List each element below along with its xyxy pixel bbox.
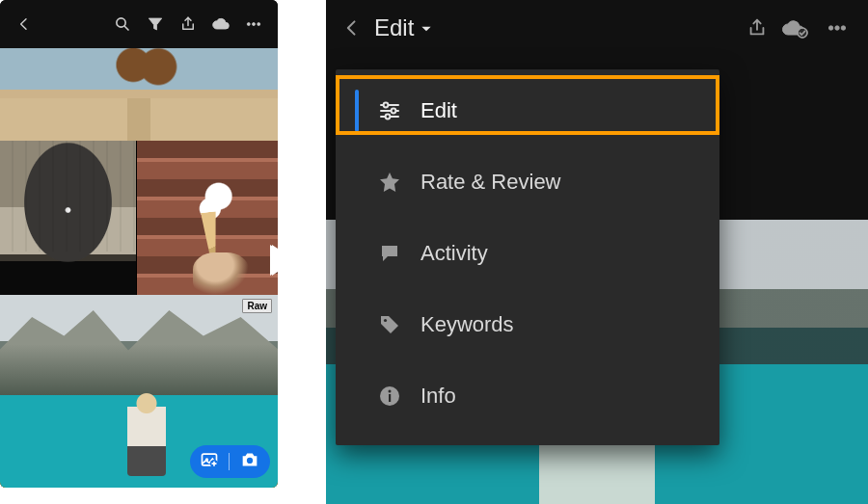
info-icon [376, 385, 403, 408]
menu-item-keywords[interactable]: Keywords [336, 289, 719, 360]
search-icon[interactable]: Search [106, 8, 139, 40]
grid-view-panel: Back Search Filter Share Cloud More [0, 0, 278, 488]
svg-point-12 [841, 26, 845, 30]
menu-item-label: Info [420, 384, 456, 409]
star-icon [376, 171, 403, 194]
more-icon[interactable]: More [816, 12, 858, 44]
menu-item-label: Activity [420, 241, 488, 266]
sliders-icon [376, 99, 403, 122]
add-photos-icon: Add photos [200, 450, 219, 473]
thumbnail[interactable] [0, 141, 136, 295]
svg-point-7 [247, 458, 253, 464]
svg-point-16 [384, 103, 389, 108]
svg-point-1 [247, 23, 250, 26]
menu-item-info[interactable]: Info [336, 360, 719, 432]
svg-point-10 [828, 26, 832, 30]
raw-badge: Raw [242, 299, 272, 313]
camera-icon[interactable]: Camera [239, 449, 260, 474]
filter-icon[interactable]: Filter [139, 8, 172, 40]
loupe-view-panel: Back Edit Share Cloud synced More [326, 0, 868, 504]
svg-point-2 [253, 23, 256, 26]
loupe-topbar: Back Edit Share Cloud synced More [326, 0, 868, 56]
tag-icon [376, 313, 403, 336]
svg-point-17 [392, 109, 396, 114]
svg-point-19 [384, 319, 387, 322]
menu-item-edit[interactable]: Edit [336, 75, 719, 146]
back-button[interactable]: Back [336, 12, 368, 44]
chevron-down-icon [420, 14, 433, 41]
svg-point-3 [258, 23, 260, 26]
photo-grid: Raw Add photos Camera [0, 48, 278, 488]
svg-point-22 [389, 390, 392, 393]
menu-item-label: Keywords [420, 312, 514, 337]
add-photos-fab[interactable]: Add photos Camera [190, 445, 270, 478]
menu-item-label: Edit [420, 98, 457, 123]
menu-item-activity[interactable]: Activity [336, 218, 719, 289]
thumbnail[interactable] [0, 48, 278, 141]
cloud-synced-icon[interactable]: Cloud synced [773, 12, 816, 44]
svg-point-18 [386, 115, 391, 119]
mode-dropdown: Edit Rate & Review Activity Keywords [336, 69, 719, 445]
more-icon[interactable]: More [237, 8, 270, 40]
svg-rect-21 [389, 394, 391, 402]
svg-point-11 [835, 26, 839, 30]
cloud-icon[interactable]: Cloud [204, 8, 237, 40]
connector-arrow [278, 0, 326, 504]
menu-item-rate-review[interactable]: Rate & Review [336, 146, 719, 218]
back-button[interactable]: Back [8, 8, 41, 40]
page-title: Edit [374, 14, 414, 41]
menu-item-label: Rate & Review [420, 170, 561, 195]
mode-dropdown-trigger[interactable]: Edit [374, 14, 433, 41]
comment-icon [376, 242, 403, 265]
share-icon[interactable]: Share [172, 8, 204, 40]
grid-topbar: Back Search Filter Share Cloud More [0, 0, 278, 48]
share-icon[interactable]: Share [741, 12, 773, 44]
thumbnail-selected[interactable]: Raw Add photos Camera [0, 295, 278, 488]
thumbnail[interactable] [136, 141, 278, 295]
